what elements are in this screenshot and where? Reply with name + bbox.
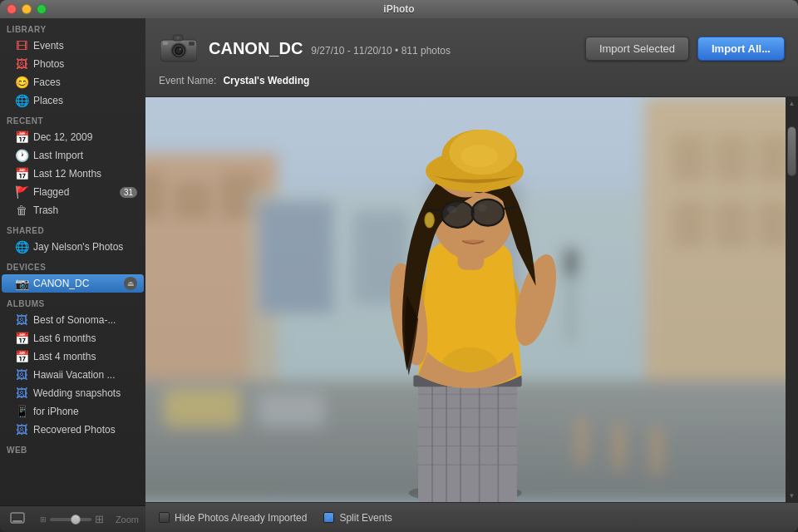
- iphone-icon: 📱: [15, 405, 28, 418]
- photos-icon: 🖼: [15, 57, 28, 71]
- fullscreen-button[interactable]: [7, 510, 28, 529]
- web-section-header: WEB: [0, 439, 145, 457]
- svg-point-11: [176, 37, 180, 40]
- bottom-bar: Hide Photos Already Imported ✓ Split Eve…: [145, 502, 798, 532]
- sidebar-item-recovered[interactable]: 🖼 Recovered Photos: [2, 421, 144, 439]
- sidebar-item-dec2009[interactable]: 📅 Dec 12, 2009: [2, 128, 144, 146]
- albums-section-header: ALBUMS: [0, 293, 145, 311]
- sidebar-item-label: Dec 12, 2009: [33, 131, 92, 143]
- device-icon: 📷: [15, 277, 28, 290]
- sidebar-item-label: Events: [33, 40, 64, 52]
- scrollbar-track: ▲ ▼: [786, 97, 798, 502]
- album-icon: 🖼: [15, 313, 28, 327]
- svg-rect-1: [12, 520, 22, 522]
- import-selected-button[interactable]: Import Selected: [585, 37, 689, 61]
- minimize-button[interactable]: [22, 4, 32, 14]
- hide-photos-checkbox[interactable]: [159, 512, 170, 523]
- sidebar-item-hawaii[interactable]: 🖼 Hawaii Vacation ...: [2, 366, 144, 384]
- sidebar-item-label: Hawaii Vacation ...: [33, 369, 116, 381]
- album-icon: 🖼: [15, 368, 28, 382]
- svg-rect-25: [259, 201, 334, 314]
- sidebar-item-best-sonoma[interactable]: 🖼 Best of Sonoma-...: [2, 311, 144, 329]
- sidebar-item-photos[interactable]: 🖼 Photos: [2, 55, 144, 73]
- import-all-button[interactable]: Import All...: [697, 37, 785, 61]
- camera-icon: [160, 33, 197, 63]
- sidebar: LIBRARY 🎞 Events 🖼 Photos 😊 Faces 🌐 Plac…: [0, 18, 145, 532]
- zoom-small-icon: ⊞: [40, 515, 47, 524]
- sidebar-item-last-6[interactable]: 📅 Last 6 months: [2, 329, 144, 347]
- library-section-header: LIBRARY: [0, 18, 145, 37]
- flagged-badge: 31: [120, 187, 137, 198]
- titlebar: iPhoto: [0, 0, 798, 18]
- photo-display: [145, 97, 786, 502]
- window-controls: [7, 4, 47, 14]
- zoom-slider-thumb[interactable]: [71, 515, 81, 525]
- shared-icon: 🌐: [15, 240, 28, 254]
- zoom-control: ⊞ ⊞: [40, 513, 104, 525]
- split-events-checkbox[interactable]: ✓: [323, 512, 334, 523]
- sidebar-item-wedding[interactable]: 🖼 Wedding snapshots: [2, 384, 144, 402]
- event-name-label: Event Name:: [159, 75, 216, 86]
- hide-photos-checkbox-group[interactable]: Hide Photos Already Imported: [159, 512, 307, 524]
- places-icon: 🌐: [15, 94, 28, 107]
- sidebar-item-faces[interactable]: 😊 Faces: [2, 73, 144, 91]
- sidebar-item-for-iphone[interactable]: 📱 for iPhone: [2, 402, 144, 421]
- photo-area: [145, 97, 786, 502]
- scrollbar-up-arrow[interactable]: ▲: [786, 97, 798, 110]
- device-name: CANON_DC: [209, 39, 303, 58]
- sidebar-item-label: Faces: [33, 76, 61, 88]
- close-button[interactable]: [7, 4, 17, 14]
- eject-button[interactable]: ⏏: [124, 277, 137, 290]
- scrollbar-thumb[interactable]: [787, 126, 796, 176]
- sidebar-item-last-import[interactable]: 🕐 Last Import: [2, 146, 144, 165]
- faces-icon: 😊: [15, 76, 28, 89]
- device-date-range: 9/27/10 - 11/20/10 • 811 photos: [311, 45, 451, 57]
- svg-rect-21: [672, 201, 706, 249]
- split-events-label: Split Events: [339, 512, 392, 524]
- zoom-large-icon: ⊞: [95, 513, 104, 525]
- album-icon: 🖼: [15, 387, 28, 400]
- sidebar-toolbar: ⊞ ⊞ Zoom: [0, 505, 145, 532]
- split-events-checkbox-group[interactable]: ✓ Split Events: [323, 512, 392, 524]
- recent-section-header: RECENT: [0, 110, 145, 128]
- import-top: CANON_DC 9/27/10 - 11/20/10 • 811 photos…: [159, 28, 785, 68]
- svg-rect-9: [189, 42, 195, 46]
- sidebar-item-label: for iPhone: [33, 406, 79, 417]
- sidebar-item-label: Flagged: [33, 186, 69, 198]
- scrollbar-down-arrow[interactable]: ▼: [786, 490, 798, 502]
- event-name-value: Crystal's Wedding: [223, 75, 309, 86]
- event-name-row: Event Name: Crystal's Wedding: [159, 75, 785, 86]
- checkmark-icon: ✓: [325, 512, 332, 523]
- calendar-icon: 📅: [15, 131, 28, 144]
- sidebar-item-last-12-months[interactable]: 📅 Last 12 Months: [2, 165, 144, 183]
- sidebar-item-label: Trash: [33, 204, 58, 216]
- svg-rect-23: [757, 201, 786, 249]
- svg-rect-8: [163, 42, 168, 45]
- album-icon: 📅: [15, 350, 28, 363]
- album-icon: 📅: [15, 332, 28, 345]
- sidebar-item-events[interactable]: 🎞 Events: [2, 37, 144, 55]
- sidebar-item-trash[interactable]: 🗑 Trash: [2, 201, 144, 219]
- trash-icon: 🗑: [15, 204, 28, 217]
- sidebar-item-label: Last 12 Months: [33, 168, 101, 180]
- svg-point-67: [447, 205, 456, 213]
- svg-rect-34: [165, 389, 240, 426]
- sidebar-item-last-4[interactable]: 📅 Last 4 months: [2, 347, 144, 366]
- hide-photos-label: Hide Photos Already Imported: [175, 512, 307, 524]
- import-header: CANON_DC 9/27/10 - 11/20/10 • 811 photos…: [145, 18, 798, 97]
- zoom-slider[interactable]: [50, 518, 91, 521]
- svg-point-60: [461, 145, 498, 167]
- clock-icon: 🕐: [15, 149, 28, 162]
- zoom-label: Zoom: [116, 515, 139, 525]
- sidebar-item-jay-nelson[interactable]: 🌐 Jay Nelson's Photos: [2, 238, 144, 256]
- sidebar-item-places[interactable]: 🌐 Places: [2, 91, 144, 110]
- svg-rect-29: [564, 248, 579, 276]
- sidebar-item-label: Photos: [33, 58, 64, 70]
- sidebar-item-flagged[interactable]: 🚩 Flagged 31: [2, 183, 144, 201]
- app-window: iPhoto LIBRARY 🎞 Events 🖼 Photos 😊 Faces…: [0, 0, 798, 532]
- maximize-button[interactable]: [37, 4, 47, 14]
- sidebar-item-canon-dc[interactable]: 📷 CANON_DC ⏏: [2, 274, 144, 293]
- svg-rect-22: [715, 201, 748, 249]
- months-icon: 📅: [15, 167, 28, 180]
- sidebar-item-label: Last Import: [33, 150, 83, 161]
